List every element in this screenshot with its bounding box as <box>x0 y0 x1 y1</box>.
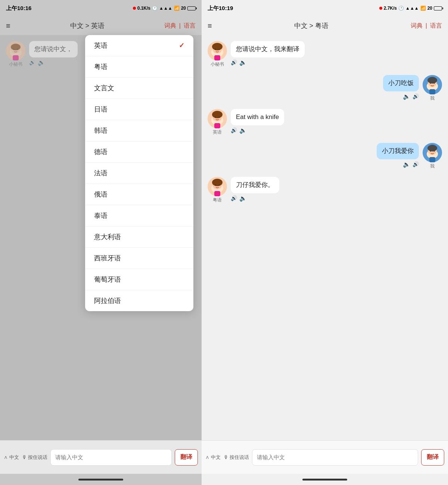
right-received-2-bubble: 刀仔我爱你。 <box>231 177 279 193</box>
dropdown-item-german[interactable]: 德语 <box>85 141 193 163</box>
dropdown-item-russian[interactable]: 俄语 <box>85 184 193 205</box>
right-clock-icon: 🕐 <box>398 6 404 11</box>
left-dictionary-btn[interactable]: 词典 <box>164 22 176 30</box>
svg-point-36 <box>430 151 431 152</box>
dropdown-check-english: ✓ <box>179 41 184 50</box>
right-received-2-content: 刀仔我爱你。 🔊 🔈 <box>231 177 279 202</box>
svg-point-14 <box>219 51 221 53</box>
right-sent-2-label: 我 <box>430 163 435 169</box>
right-received-1-sound-icon: 🔊 <box>231 127 237 133</box>
right-panel: 上午10:19 2.7K/s 🕐 ▲▲▲ 📶 20 ≡ 中文 > 粤语 词典 |… <box>202 0 448 485</box>
svg-rect-38 <box>429 157 435 162</box>
right-avatar-boy-2 <box>423 143 442 162</box>
right-input-field[interactable] <box>252 449 418 466</box>
right-received-msg-1: 英语 Eat with a knife 🔊 🔈 <box>208 109 442 135</box>
left-network-speed: 0.1K/s <box>137 6 150 11</box>
right-welcome-content: 您请说中文，我来翻译 🔊 🔈 <box>231 41 305 66</box>
right-welcome-row: 小秘书 您请说中文，我来翻译 🔊 🔈 <box>208 41 442 68</box>
dropdown-item-classical[interactable]: 文言文 <box>85 78 193 99</box>
right-sent-2-voice-icon: 🔈 <box>403 161 410 168</box>
right-received-1-voice-icon: 🔈 <box>239 127 247 134</box>
svg-point-27 <box>215 117 216 118</box>
right-sent-2-bubble: 小刀我爱你 <box>377 143 419 159</box>
right-home-indicator <box>202 474 448 485</box>
left-menu-icon[interactable]: ≡ <box>6 22 10 30</box>
right-dictionary-btn[interactable]: 词典 <box>411 22 423 30</box>
svg-point-13 <box>214 51 216 53</box>
right-avatar-girl-3 <box>208 177 227 196</box>
right-menu-icon[interactable]: ≡ <box>208 22 212 30</box>
right-translate-btn[interactable]: 翻译 <box>421 449 444 466</box>
right-assistant-label-1: 小秘书 <box>211 61 224 68</box>
right-header-actions: 词典 | 语言 <box>411 22 442 30</box>
svg-rect-6 <box>13 55 19 60</box>
language-dropdown[interactable]: 英语 ✓ 粤语 文言文 日语 韩语 德语 法语 俄语 泰语 意大利语 <box>85 35 193 311</box>
svg-rect-22 <box>429 89 435 94</box>
dropdown-item-thai[interactable]: 泰语 <box>85 205 193 226</box>
right-avatar-girl-1 <box>208 41 227 60</box>
left-language-btn[interactable]: 语言 <box>184 22 196 30</box>
right-mic-btn[interactable]: 🎙 按住说话 <box>224 454 249 461</box>
dropdown-item-japanese[interactable]: 日语 <box>85 99 193 120</box>
right-received-1-bubble: Eat with a knife <box>231 109 284 125</box>
right-sent-1-content: 小刀吃饭 🔈 🔊 <box>383 75 419 100</box>
right-signal-icon: ▲▲▲ <box>405 6 419 11</box>
right-sent-msg-2: 我 小刀我爱你 🔈 🔊 <box>208 143 442 169</box>
right-language-btn[interactable]: 语言 <box>430 22 442 30</box>
dropdown-item-english[interactable]: 英语 ✓ <box>85 35 193 56</box>
svg-rect-47 <box>214 191 220 196</box>
svg-point-37 <box>434 151 435 152</box>
right-avatar-boy-1 <box>423 75 442 94</box>
right-sent-2-content: 小刀我爱你 🔈 🔊 <box>377 143 419 168</box>
left-header-divider: | <box>179 22 181 29</box>
left-lang-selector[interactable]: ∧ 中文 <box>4 454 19 461</box>
left-sound-icon: 🔊 <box>29 59 35 65</box>
left-wifi-icon: 📶 <box>174 6 180 11</box>
right-received-1-lang: 英语 <box>213 129 222 135</box>
svg-point-26 <box>212 111 223 118</box>
dropdown-item-arabic[interactable]: 阿拉伯语 <box>85 290 193 311</box>
left-mic-btn[interactable]: 🎙 按住说话 <box>22 454 48 461</box>
left-welcome-meta: 🔊 🔈 <box>29 59 78 66</box>
right-header-divider: | <box>426 22 427 29</box>
dropdown-item-italian[interactable]: 意大利语 <box>85 226 193 248</box>
left-status-bar: 上午10:16 0.1K/s 🕐 ▲▲▲ 📶 20 <box>0 0 202 16</box>
right-status-icons: 2.7K/s 🕐 ▲▲▲ 📶 20 <box>379 6 442 11</box>
dropdown-item-korean[interactable]: 韩语 <box>85 120 193 141</box>
svg-point-29 <box>214 119 216 121</box>
right-battery-icon <box>434 6 442 10</box>
right-status-dot <box>379 6 382 11</box>
right-avatar-girl-2 <box>208 109 227 128</box>
dropdown-item-portuguese[interactable]: 葡萄牙语 <box>85 269 193 290</box>
right-sent-2-sound-icon: 🔊 <box>413 161 419 167</box>
right-sent-2-meta: 🔈 🔊 <box>377 161 419 168</box>
right-network-speed: 2.7K/s <box>384 6 397 11</box>
dropdown-item-cantonese[interactable]: 粤语 <box>85 56 193 78</box>
svg-point-19 <box>427 77 437 84</box>
right-welcome-bubble: 您请说中文，我来翻译 <box>231 41 305 57</box>
right-status-bar: 上午10:19 2.7K/s 🕐 ▲▲▲ 📶 20 <box>202 0 448 16</box>
left-translate-btn[interactable]: 翻译 <box>175 449 198 466</box>
left-home-bar <box>78 479 123 481</box>
svg-rect-15 <box>214 55 220 60</box>
svg-point-12 <box>219 49 220 50</box>
right-received-1-content: Eat with a knife 🔊 🔈 <box>231 109 284 134</box>
right-sent-1-voice-icon: 🔈 <box>403 93 410 100</box>
left-welcome-content: 您请说中文， 🔊 🔈 <box>29 41 78 66</box>
svg-point-21 <box>434 83 435 84</box>
right-status-time: 上午10:19 <box>208 5 233 12</box>
svg-point-11 <box>215 49 216 50</box>
right-received-2-sound-icon: 🔊 <box>231 195 237 201</box>
left-status-icons: 0.1K/s 🕐 ▲▲▲ 📶 20 <box>133 6 196 11</box>
left-assistant-label: 小秘书 <box>9 61 22 68</box>
left-avatar-girl <box>6 41 25 60</box>
left-signal-icon: ▲▲▲ <box>159 6 172 11</box>
right-sent-msg-1: 我 小刀吃饭 🔈 🔊 <box>208 75 442 101</box>
svg-point-5 <box>17 49 18 50</box>
dropdown-item-spanish[interactable]: 西班牙语 <box>85 248 193 269</box>
right-wifi-icon: 📶 <box>420 6 426 11</box>
right-lang-selector[interactable]: ∧ 中文 <box>205 454 221 461</box>
dropdown-item-french[interactable]: 法语 <box>85 163 193 184</box>
left-input-field[interactable] <box>50 449 172 466</box>
left-battery-label: 20 <box>181 6 186 11</box>
